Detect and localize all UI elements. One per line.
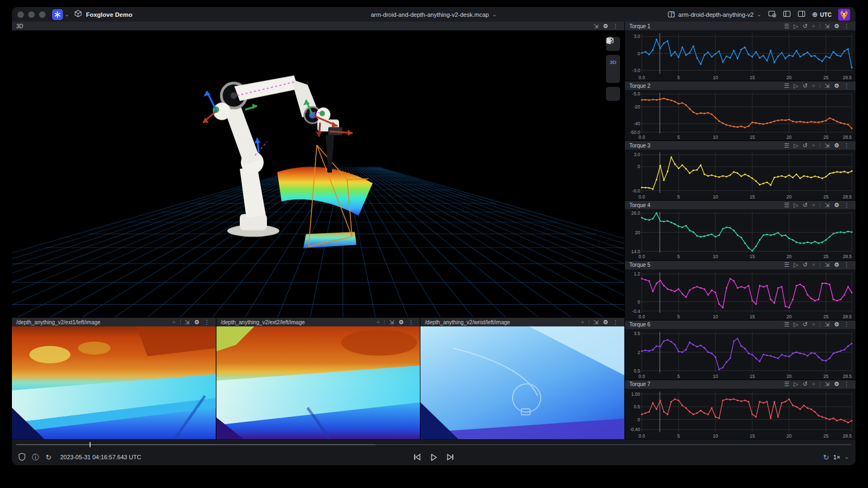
legend-icon[interactable]: ☰ bbox=[782, 322, 791, 328]
repeat-button[interactable]: ↻ bbox=[46, 454, 52, 461]
legend-icon[interactable]: ☰ bbox=[782, 83, 791, 89]
seek-forward-button[interactable] bbox=[446, 453, 454, 461]
left-sidebar-toggle[interactable] bbox=[783, 10, 791, 18]
timeline-track[interactable] bbox=[16, 444, 851, 445]
crosshair-icon[interactable]: ⌖ bbox=[810, 202, 817, 208]
settings-icon[interactable]: ⚙ bbox=[601, 319, 610, 325]
legend-icon[interactable]: ☰ bbox=[782, 262, 791, 268]
settings-icon[interactable]: ⚙ bbox=[832, 83, 841, 89]
legend-icon[interactable]: ☰ bbox=[782, 202, 791, 208]
play-icon[interactable]: ▷ bbox=[792, 143, 800, 149]
layout-selector[interactable]: arm-droid-depth-anything-v2 ⌄ bbox=[668, 11, 761, 18]
data-source-status-button[interactable] bbox=[18, 453, 25, 462]
crosshair-icon[interactable]: ⌖ bbox=[810, 322, 817, 328]
minimize-window-button[interactable] bbox=[28, 11, 35, 18]
fullscreen-icon[interactable]: ⇲ bbox=[387, 319, 395, 325]
problems-info-button[interactable]: ⓘ bbox=[32, 454, 39, 461]
more-icon[interactable]: ⋮ bbox=[842, 202, 851, 208]
fullscreen-icon[interactable]: ⇲ bbox=[823, 381, 831, 387]
settings-icon[interactable]: ⚙ bbox=[832, 143, 841, 149]
settings-icon[interactable]: ⚙ bbox=[397, 319, 405, 325]
legend-icon[interactable]: ☰ bbox=[782, 143, 791, 149]
play-icon[interactable]: ▷ bbox=[792, 23, 800, 29]
play-icon[interactable]: ▷ bbox=[792, 381, 800, 387]
fullscreen-icon[interactable]: ⇲ bbox=[592, 23, 600, 29]
legend-icon[interactable]: ☰ bbox=[782, 23, 791, 29]
depth-image-ext1[interactable] bbox=[12, 326, 216, 439]
fullscreen-icon[interactable]: ⇲ bbox=[183, 319, 192, 325]
restore-icon[interactable]: ↺ bbox=[801, 381, 809, 387]
right-sidebar-toggle[interactable] bbox=[797, 10, 806, 18]
plot-canvas[interactable]: 3.520.50.051015202528.5 bbox=[625, 329, 856, 380]
timeline-scrubber[interactable] bbox=[12, 439, 856, 449]
settings-icon[interactable]: ⚙ bbox=[832, 23, 841, 29]
restore-icon[interactable]: ↺ bbox=[801, 83, 809, 89]
seek-backward-button[interactable] bbox=[413, 453, 421, 461]
crosshair-icon[interactable]: ⌖ bbox=[810, 83, 817, 89]
more-icon[interactable]: ⋮ bbox=[611, 319, 620, 325]
crosshair-icon[interactable]: ⌖ bbox=[810, 381, 817, 387]
settings-icon[interactable]: ⚙ bbox=[193, 319, 201, 325]
data-source-name[interactable]: arm-droid-and-depth-anything-v2-desk.mca… bbox=[371, 11, 489, 18]
more-icon[interactable]: ⋮ bbox=[842, 83, 851, 89]
settings-icon[interactable]: ⚙ bbox=[601, 23, 610, 29]
plot-canvas[interactable]: 26.02014.00.051015202528.5 bbox=[625, 209, 856, 260]
settings-icon[interactable]: ⚙ bbox=[832, 322, 841, 328]
measure-tool-button[interactable] bbox=[606, 69, 620, 83]
more-icon[interactable]: ⋮ bbox=[406, 319, 416, 325]
more-icon[interactable]: ⋮ bbox=[611, 23, 620, 29]
plot-canvas[interactable]: 3.00-6.00.051015202528.5 bbox=[625, 150, 856, 200]
depth-image-wrist[interactable] bbox=[420, 326, 624, 439]
close-window-button[interactable] bbox=[17, 11, 24, 18]
app-menu-button[interactable]: ⌄ bbox=[52, 9, 69, 20]
camera-tool-button[interactable] bbox=[606, 87, 620, 101]
more-icon[interactable]: ⋮ bbox=[842, 143, 851, 149]
restore-icon[interactable]: ↺ bbox=[801, 202, 809, 208]
more-icon[interactable]: ⋮ bbox=[202, 319, 212, 325]
more-icon[interactable]: ⋮ bbox=[842, 322, 851, 328]
crosshair-icon[interactable]: ⌖ bbox=[810, 143, 817, 149]
restore-icon[interactable]: ↺ bbox=[801, 262, 809, 268]
play-button[interactable] bbox=[430, 453, 438, 461]
legend-icon[interactable]: ☰ bbox=[782, 381, 791, 387]
crosshair-icon[interactable]: ⌖ bbox=[170, 319, 177, 325]
play-icon[interactable]: ▷ bbox=[792, 262, 800, 268]
fullscreen-icon[interactable]: ⇲ bbox=[823, 23, 831, 29]
plot-canvas[interactable]: 1.20-0.40.051015202528.5 bbox=[625, 269, 856, 320]
fullscreen-icon[interactable]: ⇲ bbox=[592, 319, 600, 325]
depth-image-ext2[interactable] bbox=[216, 326, 420, 439]
play-icon[interactable]: ▷ bbox=[792, 202, 800, 208]
crosshair-icon[interactable]: ⌖ bbox=[375, 319, 381, 325]
user-avatar[interactable] bbox=[838, 9, 850, 21]
play-icon[interactable]: ▷ bbox=[792, 83, 800, 89]
maximize-window-button[interactable] bbox=[39, 11, 46, 18]
plot-canvas[interactable]: 3.00-3.00.051015202528.5 bbox=[625, 30, 856, 81]
3d-viewport[interactable]: 3D bbox=[12, 30, 624, 317]
playback-speed[interactable]: 1× bbox=[833, 454, 840, 460]
crosshair-icon[interactable]: ⌖ bbox=[810, 262, 817, 268]
plot-canvas[interactable]: -5.0-20-40-50.00.051015202528.5 bbox=[625, 90, 856, 140]
fullscreen-icon[interactable]: ⇲ bbox=[823, 262, 831, 268]
restore-icon[interactable]: ↺ bbox=[801, 23, 809, 29]
settings-icon[interactable]: ⚙ bbox=[832, 262, 841, 268]
restore-icon[interactable]: ↺ bbox=[801, 143, 809, 149]
crosshair-icon[interactable]: ⌖ bbox=[810, 23, 817, 29]
3d-mode-button[interactable]: 3D bbox=[606, 55, 620, 69]
more-icon[interactable]: ⋮ bbox=[842, 262, 851, 268]
fullscreen-icon[interactable]: ⇲ bbox=[823, 322, 831, 328]
timezone-selector[interactable]: ⊕ UTC bbox=[812, 11, 832, 18]
fullscreen-icon[interactable]: ⇲ bbox=[823, 83, 831, 89]
settings-icon[interactable]: ⚙ bbox=[832, 202, 841, 208]
loop-playback-button[interactable]: ↻ bbox=[823, 454, 829, 461]
crosshair-icon[interactable]: ⌖ bbox=[579, 319, 586, 325]
restore-icon[interactable]: ↺ bbox=[801, 322, 809, 328]
fullscreen-icon[interactable]: ⇲ bbox=[823, 143, 831, 149]
add-panel-button[interactable] bbox=[768, 10, 776, 18]
plot-canvas[interactable]: 1.000.50-0.400.051015202528.5 bbox=[625, 389, 856, 439]
chevron-down-icon[interactable]: ⌄ bbox=[845, 454, 849, 460]
more-icon[interactable]: ⋮ bbox=[842, 381, 851, 387]
play-icon[interactable]: ▷ bbox=[792, 322, 800, 328]
settings-icon[interactable]: ⚙ bbox=[832, 381, 841, 387]
more-icon[interactable]: ⋮ bbox=[842, 23, 851, 29]
fullscreen-icon[interactable]: ⇲ bbox=[823, 202, 831, 208]
